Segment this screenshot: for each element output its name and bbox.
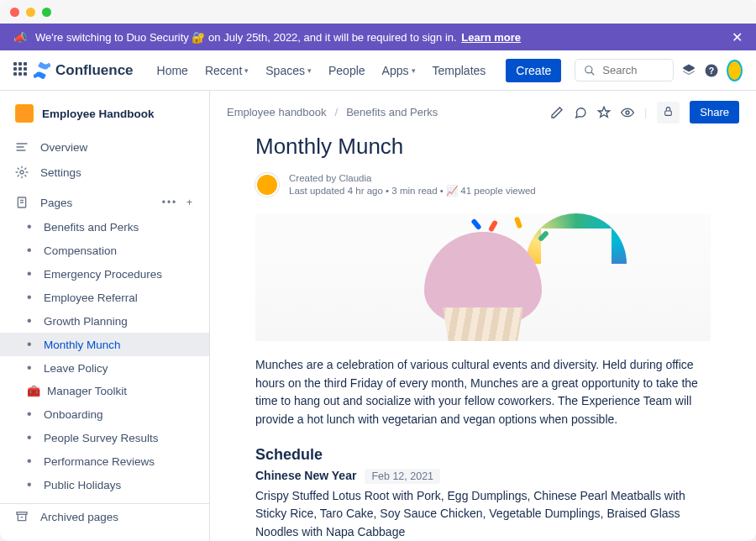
- sidebar-archived[interactable]: Archived pages: [0, 503, 209, 529]
- sidebar-page-label: Manager Toolkit: [47, 385, 127, 397]
- search-input[interactable]: [575, 59, 674, 81]
- breadcrumb[interactable]: Benefits and Perks: [346, 106, 438, 118]
- banner-learn-more-link[interactable]: Learn more: [461, 31, 521, 44]
- minimize-window-icon[interactable]: [26, 8, 35, 17]
- sidebar-page-label: Compensation: [44, 244, 117, 257]
- help-icon[interactable]: ?: [703, 59, 719, 82]
- add-page-icon[interactable]: +: [186, 197, 194, 208]
- bullet-icon: •: [27, 361, 35, 375]
- sidebar-page-item[interactable]: •Growth Planning: [0, 309, 209, 333]
- app-switcher-icon[interactable]: [13, 62, 27, 79]
- nav-people[interactable]: People: [322, 59, 372, 82]
- sidebar-page-label: Employee Referral: [44, 292, 138, 304]
- sidebar-page-item[interactable]: •Compensation: [0, 239, 209, 262]
- intro-paragraph: Munches are a celebration of various cul…: [255, 356, 711, 429]
- close-window-icon[interactable]: [10, 8, 19, 17]
- sidebar-pages-section: Pages ••• +: [0, 190, 209, 215]
- sidebar-page-label: Public Holidays: [44, 479, 121, 491]
- hero-image: [255, 213, 711, 341]
- sidebar-page-label: Monthly Munch: [44, 339, 121, 351]
- breadcrumb[interactable]: Employee handbook: [227, 106, 327, 118]
- schedule-event-date: Feb 12, 2021: [365, 469, 440, 484]
- page-byline: Created by Claudia Last updated 4 hr ago…: [255, 173, 711, 197]
- nav-apps[interactable]: Apps▾: [375, 59, 423, 82]
- top-navigation: Confluence HomeRecent▾Spaces▾PeopleApps▾…: [0, 50, 756, 91]
- sidebar-page-item[interactable]: •Benefits and Perks: [0, 215, 209, 239]
- space-header[interactable]: Employee Handbook: [0, 104, 209, 134]
- sidebar-page-item[interactable]: •Monthly Munch: [0, 333, 209, 356]
- bullet-icon: •: [27, 244, 35, 257]
- archive-icon: [15, 510, 30, 523]
- sidebar-page-label: People Survey Results: [44, 432, 159, 444]
- breadcrumb-separator: /: [335, 106, 339, 118]
- bullet-icon: •: [27, 454, 35, 468]
- sidebar-page-item[interactable]: •Employee Referral: [0, 286, 209, 309]
- bullet-icon: •: [27, 338, 35, 351]
- watch-icon[interactable]: [621, 106, 634, 119]
- chevron-down-icon: ▾: [307, 66, 312, 75]
- svg-text:?: ?: [709, 65, 714, 75]
- search-icon: [584, 65, 596, 76]
- window-titlebar: [0, 0, 756, 24]
- pages-icon: [15, 196, 30, 209]
- svg-point-0: [585, 66, 592, 72]
- schedule-event-desc: Crispy Stuffed Lotus Root with Pork, Egg…: [255, 487, 711, 541]
- sidebar-overview[interactable]: Overview: [0, 134, 209, 160]
- bullet-icon: •: [27, 407, 35, 421]
- megaphone-icon: 📣: [13, 31, 27, 44]
- author-line: Created by Claudia: [289, 173, 536, 183]
- nav-home[interactable]: Home: [150, 59, 195, 82]
- schedule-event-name: Chinese New Year: [255, 469, 356, 482]
- main-content: Employee handbook / Benefits and Perks |…: [210, 91, 756, 541]
- sidebar-page-label: Growth Planning: [44, 315, 128, 328]
- announcement-banner: 📣 We're switching to Duo Security 🔐 on J…: [0, 24, 756, 50]
- banner-text: We're switching to Duo Security 🔐 on Jul…: [35, 31, 521, 44]
- sidebar: Employee Handbook Overview Settings Page…: [0, 91, 210, 541]
- nav-templates[interactable]: Templates: [426, 59, 493, 82]
- sidebar-page-item[interactable]: 🧰Manager Toolkit: [0, 380, 209, 402]
- sidebar-page-item[interactable]: •Public Holidays: [0, 473, 209, 496]
- sidebar-page-item[interactable]: •Performance Reviews: [0, 449, 209, 473]
- bullet-icon: •: [27, 478, 35, 491]
- edit-icon[interactable]: [550, 106, 564, 119]
- sidebar-settings[interactable]: Settings: [0, 160, 209, 185]
- sidebar-page-label: Benefits and Perks: [44, 221, 139, 234]
- sidebar-page-label: Onboarding: [44, 408, 103, 421]
- pages-more-icon[interactable]: •••: [162, 197, 178, 208]
- confluence-icon: [34, 62, 50, 79]
- sidebar-page-item[interactable]: •Leave Policy: [0, 356, 209, 380]
- space-name: Employee Handbook: [42, 108, 155, 120]
- sidebar-page-label: Performance Reviews: [44, 455, 155, 468]
- comment-icon[interactable]: [574, 106, 587, 119]
- product-logo[interactable]: Confluence: [34, 62, 134, 79]
- nav-recent[interactable]: Recent▾: [198, 59, 255, 82]
- bullet-icon: •: [27, 267, 35, 281]
- sidebar-page-label: Emergency Procedures: [44, 268, 162, 281]
- bullet-icon: •: [27, 431, 35, 444]
- sidebar-page-item[interactable]: •People Survey Results: [0, 426, 209, 449]
- create-button[interactable]: Create: [506, 59, 561, 82]
- svg-point-13: [626, 111, 629, 114]
- close-icon[interactable]: ✕: [732, 29, 743, 45]
- share-button[interactable]: Share: [690, 101, 739, 123]
- meta-line: Last updated 4 hr ago • 3 min read • 📈 4…: [289, 185, 536, 197]
- search-field[interactable]: [602, 64, 664, 76]
- author-avatar[interactable]: [255, 173, 279, 197]
- gear-icon: [15, 165, 30, 179]
- restrictions-button[interactable]: [657, 102, 680, 123]
- maximize-window-icon[interactable]: [42, 8, 51, 17]
- bullet-icon: •: [27, 220, 35, 234]
- schedule-heading: Schedule: [255, 446, 711, 464]
- star-icon[interactable]: [597, 106, 611, 119]
- sidebar-page-item[interactable]: •Emergency Procedures: [0, 262, 209, 286]
- notifications-icon[interactable]: [680, 59, 696, 82]
- sidebar-page-item[interactable]: •Onboarding: [0, 402, 209, 426]
- bullet-icon: •: [27, 314, 35, 328]
- nav-spaces[interactable]: Spaces▾: [259, 59, 318, 82]
- svg-rect-11: [17, 512, 27, 515]
- chevron-down-icon: ▾: [244, 66, 249, 75]
- sidebar-page-label: Leave Policy: [44, 362, 108, 375]
- profile-avatar[interactable]: [727, 60, 743, 81]
- page-title: Monthly Munch: [255, 134, 711, 160]
- chevron-down-icon: ▾: [412, 66, 416, 75]
